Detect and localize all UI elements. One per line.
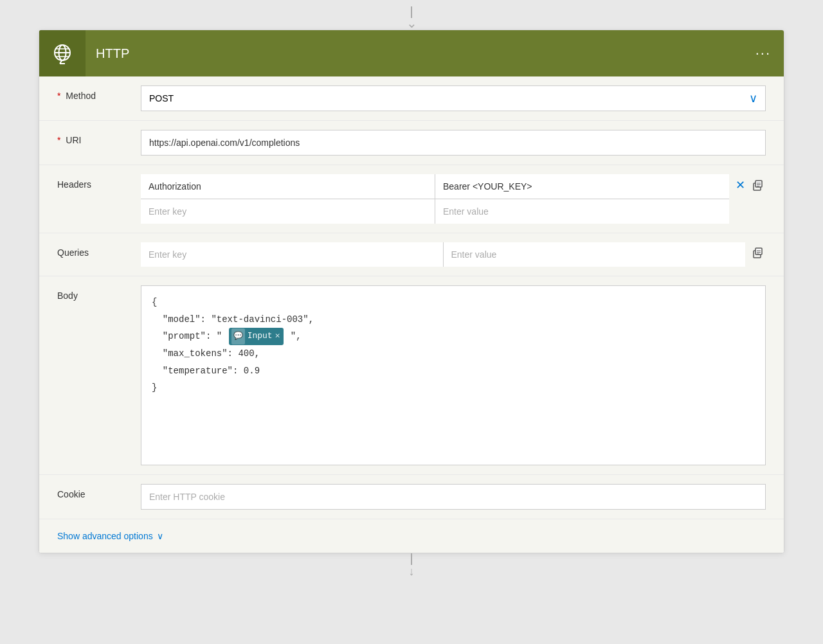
top-connector: ⌄ [406,6,417,30]
uri-control [141,130,766,156]
cookie-control [141,484,766,510]
header-row-1-actions: ✕ [734,174,766,193]
queries-label: Queries [57,242,141,258]
header-row-1: Authorization Bearer <YOUR_KEY> [141,174,729,199]
cookie-input[interactable] [141,484,766,510]
header-copy-button[interactable] [750,177,766,193]
body-editor[interactable]: { "model": "text-davinci-003", "prompt":… [141,285,766,465]
method-value: POST [149,93,174,103]
header-icon-wrapper [39,30,86,76]
header-delete-button[interactable]: ✕ [734,177,746,193]
headers-wrapper: Authorization Bearer <YOUR_KEY> Enter ke… [141,174,766,224]
body-line-1: { [152,294,755,311]
body-row: Body { "model": "text-davinci-003", "pro… [39,276,784,475]
body-line-4: "max_tokens": 400, [152,345,755,362]
card-body: * Method POST ∨ * URI [39,76,784,553]
header-key-1[interactable]: Authorization [141,174,435,199]
show-advanced-button[interactable]: Show advanced options ∨ [39,519,784,553]
queries-copy-button[interactable] [750,245,766,260]
cookie-row: Cookie [39,475,784,519]
body-line-5: "temperature": 0.9 [152,362,755,380]
header-value-2[interactable]: Enter value [435,199,729,224]
header-row-2: Enter key Enter value [141,199,729,224]
body-line-6: } [152,379,755,397]
body-line-3: "prompt": " 💬 Input ✕ ", [152,328,755,345]
card-title: HTTP [86,46,755,61]
cookie-label: Cookie [57,484,141,499]
header-key-2[interactable]: Enter key [141,199,435,224]
queries-actions [750,242,766,260]
body-control: { "model": "text-davinci-003", "prompt":… [141,285,766,465]
uri-input[interactable] [141,130,766,156]
advanced-chevron-icon: ∨ [157,531,163,541]
headers-table-wrap: Authorization Bearer <YOUR_KEY> Enter ke… [141,174,729,224]
bottom-arrow-icon: ↓ [409,565,415,578]
queries-row: Queries Enter key Enter value [39,233,784,276]
queries-wrapper: Enter key Enter value [141,242,766,267]
queries-table-wrap: Enter key Enter value [141,242,745,267]
bottom-connector: ↓ [409,553,415,578]
body-label: Body [57,285,141,301]
header-menu-button[interactable]: ··· [755,45,784,62]
uri-required-star: * [57,135,60,145]
http-action-card: HTTP ··· * Method POST ∨ [39,30,784,553]
headers-row: Headers Authorization Bearer <YOUR_KEY> … [39,165,784,233]
copy-icon [752,179,764,192]
query-value-1[interactable]: Enter value [444,242,746,267]
uri-row: * URI [39,121,784,165]
uri-label: * URI [57,130,141,145]
header-value-1[interactable]: Bearer <YOUR_KEY> [435,174,729,199]
card-header: HTTP ··· [39,30,784,76]
method-label: * Method [57,85,141,101]
headers-label: Headers [57,174,141,190]
token-label: Input [248,328,273,344]
headers-control: Authorization Bearer <YOUR_KEY> Enter ke… [141,174,766,224]
query-row-1: Enter key Enter value [141,242,745,267]
queries-control: Enter key Enter value [141,242,766,267]
globe-icon [51,42,74,65]
queries-copy-icon [752,246,764,259]
chevron-down-icon: ∨ [749,91,757,105]
method-control: POST ∨ [141,85,766,111]
method-row: * Method POST ∨ [39,76,784,121]
input-token[interactable]: 💬 Input ✕ [229,328,284,345]
token-remove-button[interactable]: ✕ [275,328,280,344]
body-line-2: "model": "text-davinci-003", [152,311,755,328]
method-required-star: * [57,91,60,101]
token-icon: 💬 [231,328,245,344]
method-select[interactable]: POST ∨ [141,85,766,111]
query-key-1[interactable]: Enter key [141,242,444,267]
show-advanced-label: Show advanced options [57,531,153,541]
